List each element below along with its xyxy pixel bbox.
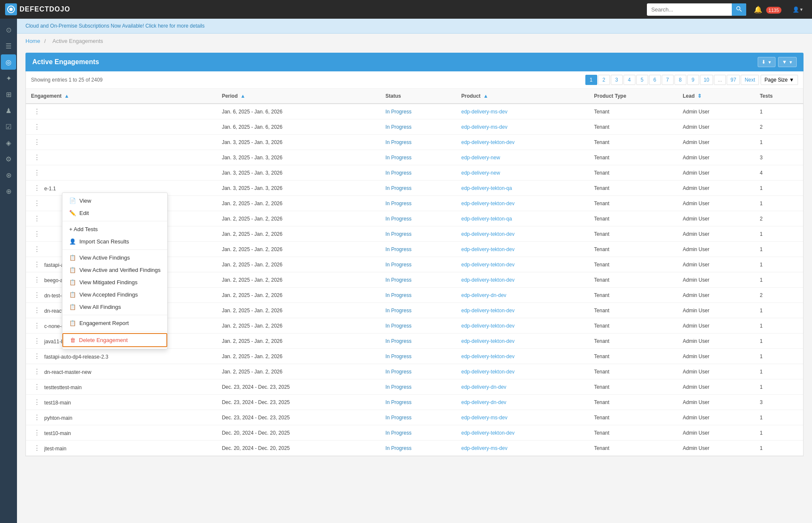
sidebar-item-dashboard[interactable]: ⊙: [1, 22, 16, 37]
page-btn-1[interactable]: 1: [585, 75, 597, 85]
product-link-9[interactable]: edp-delivery-tekton-dev: [461, 246, 514, 252]
row-menu-dots-19[interactable]: ⋮: [31, 398, 43, 407]
product-link-4[interactable]: edp-delivery-new: [461, 170, 500, 176]
sidebar-item-engagements[interactable]: ◎: [1, 54, 16, 70]
row-menu-dots-3[interactable]: ⋮: [31, 153, 43, 162]
product-link-22[interactable]: edp-delivery-ms-dev: [461, 445, 508, 451]
page-btn-3[interactable]: 3: [611, 75, 623, 85]
cell-period-6: Jan. 2, 2025 - Jan. 2, 2026: [217, 196, 380, 211]
filter-button[interactable]: ▼ ▼: [778, 57, 797, 67]
product-link-11[interactable]: edp-delivery-tekton-dev: [461, 277, 514, 283]
search-input[interactable]: [647, 4, 732, 15]
row-menu-dots-10[interactable]: ⋮: [31, 260, 43, 269]
row-menu-dots-13[interactable]: ⋮: [31, 306, 43, 315]
sidebar-item-plugins[interactable]: ⊛: [1, 167, 16, 183]
sidebar-item-reports[interactable]: ☑: [1, 119, 16, 134]
status-badge-6: In Progress: [385, 201, 411, 206]
row-menu-dots-14[interactable]: ⋮: [31, 321, 43, 330]
product-link-21[interactable]: edp-delivery-tekton-dev: [461, 430, 514, 436]
row-menu-dots-22[interactable]: ⋮: [31, 444, 43, 452]
row-menu-dots-7[interactable]: ⋮: [31, 214, 43, 223]
page-btn-97[interactable]: 97: [727, 75, 740, 85]
menu-item-add-tests[interactable]: + Add Tests: [62, 223, 167, 235]
product-link-20[interactable]: edp-delivery-ms-dev: [461, 415, 508, 421]
sidebar-item-endpoints[interactable]: ♟: [1, 103, 16, 118]
product-link-6[interactable]: edp-delivery-tekton-dev: [461, 201, 514, 206]
product-link-17[interactable]: edp-delivery-tekton-dev: [461, 369, 514, 375]
product-link-3[interactable]: edp-delivery-new: [461, 155, 500, 161]
col-header-period[interactable]: Period ▲: [217, 89, 380, 104]
menu-item-import-scan[interactable]: 👤 Import Scan Results: [62, 235, 167, 248]
product-link-1[interactable]: edp-delivery-ms-dev: [461, 124, 508, 130]
col-header-tests[interactable]: Tests: [755, 89, 803, 104]
row-menu-dots-15[interactable]: ⋮: [31, 336, 43, 345]
sidebar-item-settings[interactable]: ⚙: [1, 151, 16, 167]
notifications-icon[interactable]: 🔔 1135: [750, 4, 785, 15]
page-btn-6[interactable]: 6: [649, 75, 661, 85]
row-menu-dots-5[interactable]: ⋮: [31, 184, 43, 192]
product-link-7[interactable]: edp-delivery-tekton-qa: [461, 216, 512, 222]
menu-item-view-mitigated[interactable]: 📋 View Mitigated Findings: [62, 276, 167, 288]
row-menu-dots-21[interactable]: ⋮: [31, 428, 43, 437]
page-size-button[interactable]: Page Size ▼: [761, 75, 798, 85]
page-btn-9[interactable]: 9: [687, 75, 699, 85]
product-link-13[interactable]: edp-delivery-tekton-dev: [461, 308, 514, 314]
logo[interactable]: DEFECTDOJO: [5, 3, 70, 15]
row-menu-dots-4[interactable]: ⋮: [31, 168, 43, 177]
page-btn-10[interactable]: 10: [700, 75, 713, 85]
page-btn-2[interactable]: 2: [598, 75, 610, 85]
download-button[interactable]: ⬇ ▼: [758, 57, 775, 67]
menu-item-view-accepted[interactable]: 📋 View Accepted Findings: [62, 288, 167, 301]
user-menu-caret: ▼: [799, 7, 804, 12]
menu-item-edit[interactable]: ✏️ Edit: [62, 207, 167, 219]
row-menu-dots-2[interactable]: ⋮: [31, 138, 43, 147]
sidebar-item-products[interactable]: ⊞: [1, 87, 16, 102]
product-link-14[interactable]: edp-delivery-tekton-dev: [461, 323, 514, 329]
row-menu-dots-0[interactable]: ⋮: [31, 107, 43, 116]
sidebar-item-metrics[interactable]: ◈: [1, 135, 16, 150]
product-link-0[interactable]: edp-delivery-ms-dev: [461, 109, 508, 115]
col-header-engagement[interactable]: Engagement ▲: [26, 89, 217, 104]
col-header-product-type[interactable]: Product Type: [589, 89, 678, 104]
next-button[interactable]: Next: [741, 75, 759, 85]
menu-item-view-active[interactable]: 📋 View Active Findings: [62, 252, 167, 264]
row-menu-dots-9[interactable]: ⋮: [31, 245, 43, 254]
product-link-16[interactable]: edp-delivery-tekton-dev: [461, 353, 514, 359]
menu-item-view-all[interactable]: 📋 View All Findings: [62, 301, 167, 313]
col-header-status[interactable]: Status: [380, 89, 456, 104]
product-link-10[interactable]: edp-delivery-tekton-dev: [461, 262, 514, 268]
row-menu-dots-12[interactable]: ⋮: [31, 291, 43, 300]
product-link-2[interactable]: edp-delivery-tekton-dev: [461, 139, 514, 145]
col-header-product[interactable]: Product ▲: [456, 89, 589, 104]
page-btn-5[interactable]: 5: [636, 75, 648, 85]
menu-item-delete[interactable]: 🗑 Delete Engagement: [62, 333, 167, 347]
sidebar-item-tests[interactable]: ✦: [1, 71, 16, 86]
product-link-19[interactable]: edp-delivery-dn-dev: [461, 399, 506, 405]
product-link-5[interactable]: edp-delivery-tekton-qa: [461, 185, 512, 191]
row-menu-dots-6[interactable]: ⋮: [31, 199, 43, 208]
row-menu-dots-11[interactable]: ⋮: [31, 275, 43, 284]
menu-item-view-active-verified[interactable]: 📋 View Active and Verified Findings: [62, 264, 167, 276]
row-menu-dots-16[interactable]: ⋮: [31, 352, 43, 361]
sidebar-item-more[interactable]: ⊕: [1, 184, 16, 199]
row-menu-dots-1[interactable]: ⋮: [31, 122, 43, 131]
sidebar-item-findings[interactable]: ☰: [1, 38, 16, 54]
row-menu-dots-17[interactable]: ⋮: [31, 367, 43, 376]
product-link-15[interactable]: edp-delivery-tekton-dev: [461, 338, 514, 344]
breadcrumb-home[interactable]: Home: [25, 38, 40, 44]
row-menu-dots-20[interactable]: ⋮: [31, 413, 43, 422]
user-menu[interactable]: 👤 ▼: [789, 5, 807, 14]
product-link-8[interactable]: edp-delivery-tekton-dev: [461, 231, 514, 237]
page-btn-8[interactable]: 8: [674, 75, 686, 85]
menu-item-view[interactable]: 📄 View: [62, 195, 167, 207]
search-button[interactable]: [732, 3, 746, 16]
row-menu-dots-8[interactable]: ⋮: [31, 229, 43, 238]
row-menu-dots-18[interactable]: ⋮: [31, 382, 43, 391]
product-link-12[interactable]: edp-delivery-dn-dev: [461, 292, 506, 298]
menu-item-engagement-report[interactable]: 📋 Engagement Report: [62, 317, 167, 329]
page-btn-4[interactable]: 4: [624, 75, 635, 85]
product-link-18[interactable]: edp-delivery-dn-dev: [461, 384, 506, 390]
announcement-banner[interactable]: Cloud and On-Premise Subscriptions Now A…: [17, 19, 812, 34]
col-header-lead[interactable]: Lead ⇕: [677, 89, 754, 104]
page-btn-7[interactable]: 7: [662, 75, 674, 85]
